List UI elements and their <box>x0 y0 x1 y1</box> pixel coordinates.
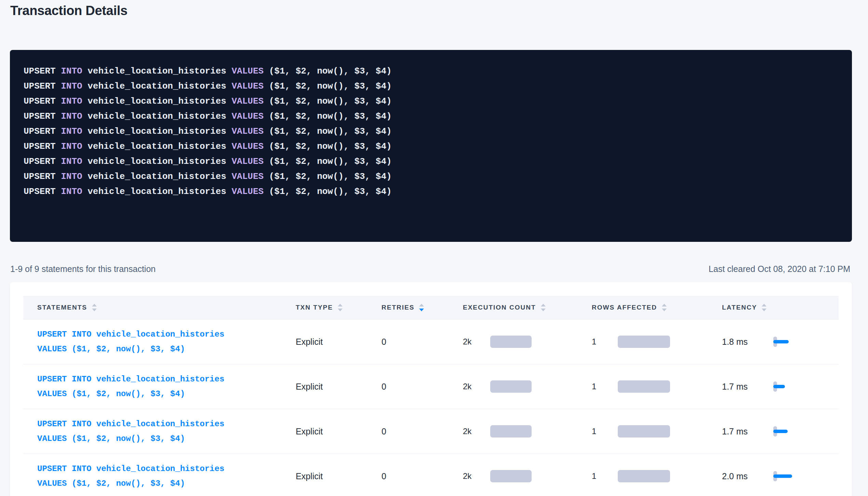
sql-code-line: UPSERT INTO vehicle_location_histories V… <box>24 139 838 154</box>
sort-arrows-icon[interactable] <box>92 304 97 311</box>
sql-text: UPSERT <box>24 141 61 152</box>
statement-link[interactable]: UPSERT INTO vehicle_location_historiesVA… <box>37 327 296 356</box>
sql-text: vehicle_location_histories <box>82 186 232 197</box>
rows-affected-value: 1 <box>592 382 618 391</box>
sql-text: UPSERT <box>24 96 61 106</box>
sort-desc-icon[interactable] <box>662 309 667 311</box>
sql-code-line: UPSERT INTO vehicle_location_histories V… <box>24 124 838 139</box>
sql-keyword: VALUES <box>232 156 264 167</box>
sql-text: UPSERT <box>24 156 61 167</box>
latency-bar <box>773 430 788 433</box>
column-header-statements[interactable]: STATEMENTS <box>23 304 296 311</box>
sort-arrows-icon[interactable] <box>541 304 546 311</box>
column-label-execution-count: EXECUTION COUNT <box>463 304 536 311</box>
statement-link[interactable]: UPSERT INTO vehicle_location_historiesVA… <box>37 417 296 446</box>
sql-code-line: UPSERT INTO vehicle_location_histories V… <box>24 79 838 94</box>
latency-chart <box>773 470 814 482</box>
column-label-statements: STATEMENTS <box>37 304 87 311</box>
column-header-execution-count[interactable]: EXECUTION COUNT <box>463 304 592 311</box>
sql-keyword: VALUES <box>232 111 264 121</box>
execution-count-bar <box>490 336 532 348</box>
latency-value: 2.0 ms <box>722 471 773 481</box>
statement-link[interactable]: UPSERT INTO vehicle_location_historiesVA… <box>37 461 296 491</box>
sort-desc-icon[interactable] <box>419 309 424 311</box>
sort-desc-icon[interactable] <box>762 309 766 311</box>
sql-text: UPSERT <box>24 111 61 121</box>
rows-affected-cell: 1 <box>592 425 722 438</box>
sql-text: UPSERT <box>24 81 61 91</box>
sort-arrows-icon[interactable] <box>419 304 424 311</box>
rows-affected-bar <box>618 336 670 348</box>
sort-desc-icon[interactable] <box>92 309 97 311</box>
column-label-retries: RETRIES <box>382 304 414 311</box>
txn-type-cell: Explicit <box>296 471 382 481</box>
execution-count-cell: 2k <box>463 425 592 438</box>
sort-asc-icon[interactable] <box>541 304 546 306</box>
execution-count-value: 2k <box>463 471 490 481</box>
column-header-rows-affected[interactable]: ROWS AFFECTED <box>592 304 722 311</box>
latency-value: 1.7 ms <box>722 427 773 436</box>
sql-text: ($1, $2, now(), $3, $4) <box>264 96 391 106</box>
sql-statements-box: UPSERT INTO vehicle_location_histories V… <box>10 50 852 242</box>
table-row: UPSERT INTO vehicle_location_historiesVA… <box>23 409 839 454</box>
statement-line: VALUES ($1, $2, now(), $3, $4) <box>37 342 296 356</box>
column-label-rows-affected: ROWS AFFECTED <box>592 304 657 311</box>
column-header-latency[interactable]: LATENCY <box>722 304 838 311</box>
sql-code-line: UPSERT INTO vehicle_location_histories V… <box>24 109 838 124</box>
statement-line: UPSERT INTO vehicle_location_histories <box>37 461 296 476</box>
statement-line: VALUES ($1, $2, now(), $3, $4) <box>37 476 296 491</box>
sql-text: vehicle_location_histories <box>82 156 232 167</box>
statement-cell: UPSERT INTO vehicle_location_historiesVA… <box>23 417 296 446</box>
execution-count-cell: 2k <box>463 336 592 348</box>
sql-keyword: INTO <box>61 126 82 136</box>
retries-cell: 0 <box>382 471 463 481</box>
sql-text: ($1, $2, now(), $3, $4) <box>264 186 391 197</box>
sort-asc-icon[interactable] <box>762 304 766 306</box>
latency-cell: 1.7 ms <box>722 380 838 393</box>
execution-count-value: 2k <box>463 382 490 391</box>
sort-arrows-icon[interactable] <box>762 304 766 311</box>
sql-text: ($1, $2, now(), $3, $4) <box>264 126 391 136</box>
sort-desc-icon[interactable] <box>338 309 343 311</box>
rows-affected-cell: 1 <box>592 380 722 393</box>
statement-link[interactable]: UPSERT INTO vehicle_location_historiesVA… <box>37 372 296 401</box>
sql-keyword: INTO <box>61 111 82 121</box>
statement-cell: UPSERT INTO vehicle_location_historiesVA… <box>23 327 296 356</box>
sql-keyword: INTO <box>61 96 82 106</box>
txn-type-cell: Explicit <box>296 382 382 392</box>
statement-cell: UPSERT INTO vehicle_location_historiesVA… <box>23 461 296 491</box>
rows-affected-bar <box>618 470 670 482</box>
rows-affected-value: 1 <box>592 471 618 481</box>
table-header-row: STATEMENTSTXN TYPERETRIESEXECUTION COUNT… <box>23 296 839 319</box>
table-row: UPSERT INTO vehicle_location_historiesVA… <box>23 319 839 364</box>
rows-affected-bar <box>618 425 670 438</box>
retries-cell: 0 <box>382 427 463 436</box>
sql-text: vehicle_location_histories <box>82 96 232 106</box>
execution-count-bar <box>490 425 532 438</box>
sort-asc-icon[interactable] <box>662 304 667 306</box>
column-header-retries[interactable]: RETRIES <box>382 304 463 311</box>
sort-arrows-icon[interactable] <box>662 304 667 311</box>
column-header-txn-type[interactable]: TXN TYPE <box>296 304 382 311</box>
sort-asc-icon[interactable] <box>338 304 343 306</box>
sql-text: ($1, $2, now(), $3, $4) <box>264 171 391 182</box>
latency-cell: 1.7 ms <box>722 425 838 438</box>
sort-arrows-icon[interactable] <box>338 304 343 311</box>
sort-asc-icon[interactable] <box>92 304 97 306</box>
sql-text: vehicle_location_histories <box>82 171 232 182</box>
sql-code-line: UPSERT INTO vehicle_location_histories V… <box>24 184 838 199</box>
execution-count-value: 2k <box>463 337 490 347</box>
sql-keyword: VALUES <box>232 171 264 182</box>
sql-text: UPSERT <box>24 171 61 182</box>
statement-line: VALUES ($1, $2, now(), $3, $4) <box>37 387 296 401</box>
sort-desc-icon[interactable] <box>541 309 546 311</box>
latency-cell: 2.0 ms <box>722 470 838 482</box>
rows-affected-cell: 1 <box>592 336 722 348</box>
statement-line: VALUES ($1, $2, now(), $3, $4) <box>37 431 296 446</box>
sql-keyword: VALUES <box>232 81 264 91</box>
sql-keyword: INTO <box>61 171 82 182</box>
statement-cell: UPSERT INTO vehicle_location_historiesVA… <box>23 372 296 401</box>
sql-code-line: UPSERT INTO vehicle_location_histories V… <box>24 154 838 169</box>
sort-asc-icon[interactable] <box>419 304 424 306</box>
sql-keyword: VALUES <box>232 186 264 197</box>
